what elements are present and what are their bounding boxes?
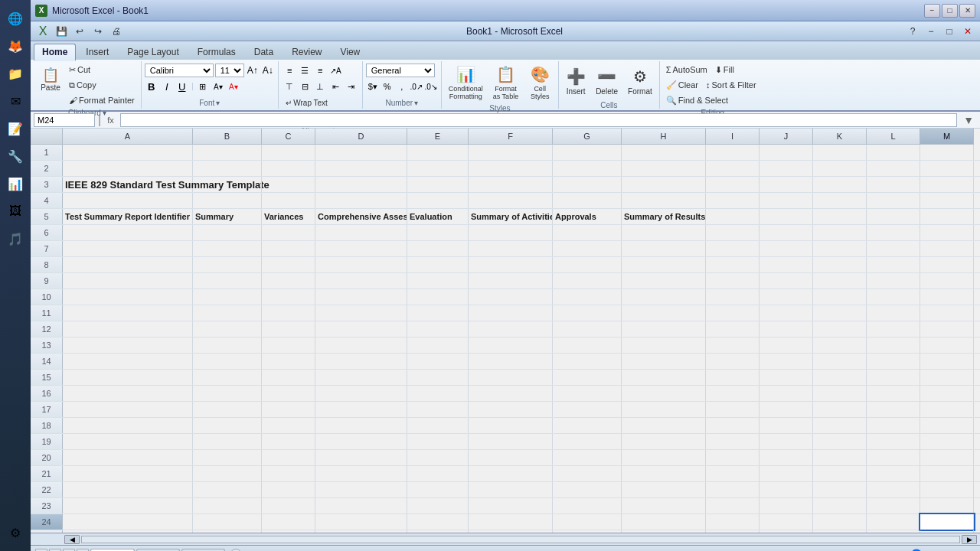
cell-A24[interactable]: [63, 514, 193, 530]
cell-A14[interactable]: [63, 354, 193, 369]
cell-F17[interactable]: [469, 402, 553, 417]
cell-I6[interactable]: [706, 225, 760, 240]
cell-D11[interactable]: [315, 305, 407, 321]
cell-C8[interactable]: [262, 257, 315, 272]
cell-G14[interactable]: [553, 354, 622, 369]
cell-M13[interactable]: [920, 337, 974, 353]
cell-J10[interactable]: [760, 289, 813, 305]
cell-H17[interactable]: [622, 402, 706, 417]
cell-L8[interactable]: [867, 257, 920, 272]
cell-E19[interactable]: [407, 434, 469, 449]
cell-A8[interactable]: [63, 257, 193, 272]
col-header-C[interactable]: C: [262, 129, 315, 144]
cell-B19[interactable]: [193, 434, 262, 449]
cell-K20[interactable]: [813, 450, 867, 465]
cell-I25[interactable]: [706, 530, 760, 533]
cell-A4[interactable]: [63, 193, 193, 208]
cell-J21[interactable]: [760, 466, 813, 481]
col-header-H[interactable]: H: [622, 129, 706, 144]
cell-L9[interactable]: [867, 273, 920, 289]
insert-button[interactable]: ➕ Insert: [562, 63, 590, 99]
cell-G11[interactable]: [553, 305, 622, 321]
cell-J25[interactable]: [760, 530, 813, 533]
cell-H23[interactable]: [622, 498, 706, 514]
cell-L5[interactable]: [867, 209, 920, 224]
cell-L1[interactable]: [867, 145, 920, 160]
col-header-G[interactable]: G: [553, 129, 622, 144]
cell-J19[interactable]: [760, 434, 813, 449]
cell-A25[interactable]: [63, 530, 193, 533]
underline-button[interactable]: U: [175, 80, 189, 93]
align-top-btn[interactable]: ⊤: [283, 80, 296, 93]
cell-L21[interactable]: [867, 466, 920, 481]
cell-I4[interactable]: [706, 193, 760, 208]
sidebar-icon-1[interactable]: 🦊: [3, 34, 28, 58]
redo-button[interactable]: ↪: [90, 24, 106, 39]
cell-H11[interactable]: [622, 305, 706, 321]
cell-B9[interactable]: [193, 273, 262, 289]
format-button[interactable]: ⚙ Format: [624, 63, 656, 99]
fill-color-button[interactable]: A▾: [211, 80, 225, 93]
cell-F3[interactable]: [469, 177, 553, 192]
cell-J3[interactable]: [760, 177, 813, 192]
cell-G21[interactable]: [553, 466, 622, 481]
cell-F11[interactable]: [469, 305, 553, 321]
cell-K22[interactable]: [813, 482, 867, 497]
cell-I15[interactable]: [706, 370, 760, 385]
cell-K10[interactable]: [813, 289, 867, 305]
cell-A13[interactable]: [63, 337, 193, 353]
cell-F18[interactable]: [469, 418, 553, 433]
cell-I18[interactable]: [706, 418, 760, 433]
cell-E1[interactable]: [407, 145, 469, 160]
cell-L25[interactable]: [867, 530, 920, 533]
cell-M5[interactable]: [920, 209, 974, 224]
cell-G3[interactable]: [553, 177, 622, 192]
cell-M8[interactable]: [920, 257, 974, 272]
cell-L18[interactable]: [867, 418, 920, 433]
align-bottom-btn[interactable]: ⊥: [313, 80, 327, 93]
cell-G1[interactable]: [553, 145, 622, 160]
align-left-btn[interactable]: ≡: [283, 64, 296, 77]
cell-H24[interactable]: [622, 514, 706, 530]
col-header-F[interactable]: F: [469, 129, 553, 144]
cell-M9[interactable]: [920, 273, 974, 289]
conditional-formatting-button[interactable]: 📊 ConditionalFormatting: [445, 63, 487, 103]
cell-M14[interactable]: [920, 354, 974, 369]
cell-G24[interactable]: [553, 514, 622, 530]
cell-F15[interactable]: [469, 370, 553, 385]
cell-J22[interactable]: [760, 482, 813, 497]
cell-H8[interactable]: [622, 257, 706, 272]
cell-L3[interactable]: [867, 177, 920, 192]
cell-A19[interactable]: [63, 434, 193, 449]
format-as-table-button[interactable]: 📋 Formatas Table: [489, 63, 522, 103]
cell-B22[interactable]: [193, 482, 262, 497]
cell-B13[interactable]: [193, 337, 262, 353]
cell-F4[interactable]: [469, 193, 553, 208]
horizontal-scrollbar[interactable]: ◀ ▶: [31, 533, 980, 545]
cell-E20[interactable]: [407, 450, 469, 465]
cell-M3[interactable]: [920, 177, 974, 192]
cell-B25[interactable]: [193, 530, 262, 533]
wrap-text-button[interactable]: ↵ Wrap Text: [283, 96, 331, 109]
cell-B17[interactable]: [193, 402, 262, 417]
cell-A1[interactable]: [63, 145, 193, 160]
cell-C2[interactable]: [262, 161, 315, 176]
cell-H12[interactable]: [622, 321, 706, 337]
cell-A18[interactable]: [63, 418, 193, 433]
cell-M2[interactable]: [920, 161, 974, 176]
cell-F21[interactable]: [469, 466, 553, 481]
cell-M18[interactable]: [920, 418, 974, 433]
cell-C21[interactable]: [262, 466, 315, 481]
formula-expand-button[interactable]: ▼: [960, 114, 977, 126]
cell-D7[interactable]: [315, 241, 407, 256]
cell-M21[interactable]: [920, 466, 974, 481]
cell-J18[interactable]: [760, 418, 813, 433]
cell-K19[interactable]: [813, 434, 867, 449]
cell-I17[interactable]: [706, 402, 760, 417]
cell-F7[interactable]: [469, 241, 553, 256]
cell-F10[interactable]: [469, 289, 553, 305]
cell-C22[interactable]: [262, 482, 315, 497]
cell-D19[interactable]: [315, 434, 407, 449]
cell-G18[interactable]: [553, 418, 622, 433]
tab-page-layout[interactable]: Page Layout: [119, 44, 187, 60]
